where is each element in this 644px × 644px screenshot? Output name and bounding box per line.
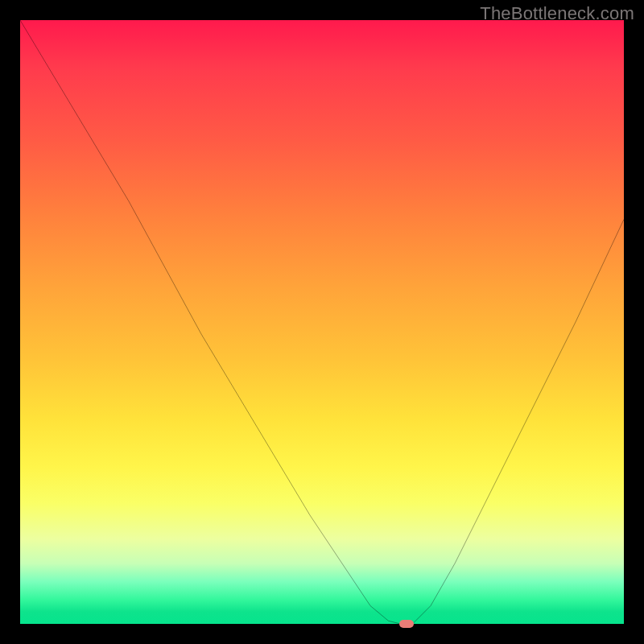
chart-canvas: TheBottleneck.com	[0, 0, 644, 644]
bottleneck-curve	[20, 20, 624, 624]
min-marker	[399, 620, 414, 628]
plot-area	[20, 20, 624, 624]
curve-path	[20, 20, 624, 624]
